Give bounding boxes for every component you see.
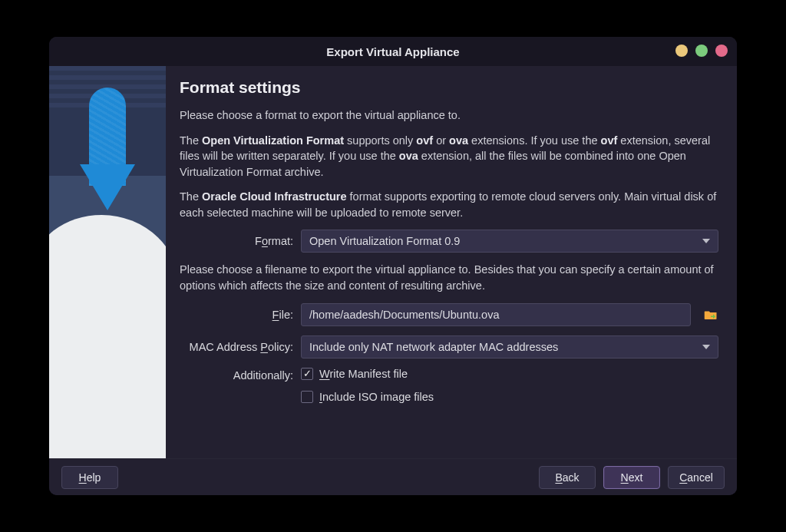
oci-description: The Oracle Cloud Infrastructure format s… <box>180 189 718 220</box>
write-manifest-checkbox[interactable] <box>301 368 313 380</box>
mac-policy-label: MAC Address Policy: <box>180 341 293 353</box>
mac-policy-select[interactable]: Include only NAT network adapter MAC add… <box>301 335 718 359</box>
content-area: Format settings Please choose a format t… <box>166 66 737 458</box>
additionally-row: Additionally: Write Manifest file Includ… <box>180 368 718 403</box>
additionally-label: Additionally: <box>180 368 293 403</box>
file-input[interactable]: /home/aadesh/Documents/Ubuntu.ova <box>301 303 691 326</box>
export-appliance-window: Export Virtual Appliance Format settings… <box>49 37 737 495</box>
write-manifest-label: Write Manifest file <box>319 368 408 380</box>
chevron-down-icon <box>702 345 710 349</box>
format-row: Format: Open Virtualization Format 0.9 <box>180 230 718 253</box>
cancel-button[interactable]: Cancel <box>668 466 725 489</box>
include-iso-label: Include ISO image files <box>319 391 434 403</box>
mac-policy-value: Include only NAT network adapter MAC add… <box>309 341 558 353</box>
export-arrow-icon <box>66 88 149 249</box>
format-select-value: Open Virtualization Format 0.9 <box>309 235 460 247</box>
dialog-body: Format settings Please choose a format t… <box>49 66 737 458</box>
wizard-banner <box>49 66 166 458</box>
window-controls <box>675 45 728 57</box>
format-select[interactable]: Open Virtualization Format 0.9 <box>301 230 718 253</box>
titlebar: Export Virtual Appliance <box>49 37 737 66</box>
ovf-description: The Open Virtualization Format supports … <box>180 133 718 180</box>
help-button[interactable]: Help <box>61 466 118 489</box>
next-button[interactable]: Next <box>603 466 660 489</box>
write-manifest-row: Write Manifest file <box>301 368 434 380</box>
page-title: Format settings <box>180 78 718 97</box>
file-description: Please choose a filename to export the v… <box>180 262 718 293</box>
file-input-value: /home/aadesh/Documents/Ubuntu.ova <box>309 309 499 321</box>
close-icon[interactable] <box>715 45 728 57</box>
minimize-icon[interactable] <box>675 45 688 57</box>
folder-open-icon <box>704 309 718 321</box>
file-label: File: <box>180 309 293 321</box>
format-label: Format: <box>180 235 293 247</box>
include-iso-row: Include ISO image files <box>301 391 434 403</box>
dialog-footer: Help Back Next Cancel <box>49 458 737 495</box>
maximize-icon[interactable] <box>695 45 708 57</box>
chevron-down-icon <box>702 239 710 243</box>
file-row: File: /home/aadesh/Documents/Ubuntu.ova <box>180 303 718 326</box>
window-title: Export Virtual Appliance <box>326 45 459 58</box>
include-iso-checkbox[interactable] <box>301 391 313 403</box>
mac-policy-row: MAC Address Policy: Include only NAT net… <box>180 335 718 359</box>
intro-text: Please choose a format to export the vir… <box>180 107 718 124</box>
browse-file-button[interactable] <box>703 307 718 322</box>
back-button[interactable]: Back <box>539 466 596 489</box>
